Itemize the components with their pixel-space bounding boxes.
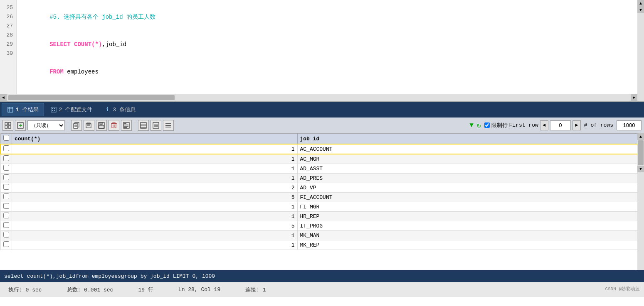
- horizontal-scrollbar-code[interactable]: ◄ ►: [0, 94, 637, 101]
- table-icon: [7, 107, 14, 113]
- view-mode-select[interactable]: （只读）: [27, 120, 65, 130]
- table-row[interactable]: 1 AC_MGR: [0, 154, 644, 164]
- cell-job-id: MK_REP: [297, 240, 644, 250]
- sep1: [68, 120, 68, 130]
- scroll-up-arrow[interactable]: ▲: [637, 0, 644, 7]
- row-checkbox[interactable]: [3, 222, 9, 228]
- table-view-btn[interactable]: [138, 120, 149, 131]
- copy-btn[interactable]: [71, 120, 82, 131]
- tab-info[interactable]: ℹ 3 条信息: [99, 103, 141, 116]
- cell-count: 5: [12, 221, 298, 231]
- results-table: count(*) job_id 1 AC_ACCOUNT 1 AC_MGR 1 …: [0, 133, 644, 250]
- results-scroll-down[interactable]: ▼: [637, 166, 644, 172]
- row-checkbox[interactable]: [3, 145, 9, 151]
- cell-count: 1: [12, 240, 298, 250]
- cell-count: 1: [12, 174, 298, 183]
- cell-job-id: MK_MAN: [297, 231, 644, 240]
- line-numbers: 25 26 27 28 29 30: [0, 0, 17, 101]
- table-row[interactable]: 1 AD_ASST: [0, 164, 644, 174]
- row-checkbox[interactable]: [3, 241, 9, 247]
- delete-btn[interactable]: [109, 120, 119, 131]
- table-row[interactable]: 1 HR_REP: [0, 212, 644, 221]
- grid-view-btn[interactable]: [2, 120, 13, 131]
- cell-job-id: AD_PRES: [297, 174, 644, 183]
- svg-rect-5: [54, 108, 55, 109]
- keyword-from: FROM: [49, 69, 67, 75]
- prev-page-btn[interactable]: ◄: [540, 120, 548, 130]
- scroll-right-arrow[interactable]: ►: [631, 94, 637, 101]
- cell-job-id: HR_REP: [297, 212, 644, 221]
- row-checkbox[interactable]: [3, 155, 9, 161]
- of-rows-label: # of rows: [584, 122, 613, 128]
- paste-btn[interactable]: [84, 120, 94, 131]
- table-row[interactable]: 1 MK_MAN: [0, 231, 644, 240]
- row-checkbox[interactable]: [3, 213, 9, 218]
- rows-per-page-input[interactable]: [617, 120, 642, 130]
- table-employees: employees: [67, 69, 99, 75]
- results-scroll-up[interactable]: ▲: [637, 133, 644, 140]
- table-row[interactable]: 2 AD_VP: [0, 183, 644, 193]
- info-icon: ℹ: [104, 107, 111, 113]
- scroll-thumb-h[interactable]: [8, 95, 175, 100]
- total-time: 总数: 0.001 sec: [67, 286, 114, 294]
- row-count: 19 行: [138, 286, 153, 294]
- scroll-left-arrow[interactable]: ◄: [0, 94, 7, 101]
- table-row[interactable]: 1 FI_MGR: [0, 202, 644, 212]
- list-view-btn[interactable]: [151, 120, 161, 131]
- table-row[interactable]: 1 MK_REP: [0, 240, 644, 250]
- code-content[interactable]: #5. 选择具有各个 job_id 的员工人数 SELECT COUNT(*),…: [17, 0, 644, 101]
- svg-marker-14: [20, 124, 22, 127]
- config-icon: [50, 107, 57, 113]
- scroll-down-arrow[interactable]: ▼: [637, 7, 644, 13]
- save-btn[interactable]: [96, 120, 107, 131]
- bottom-bar: 执行: 0 sec 总数: 0.001 sec 19 行 Ln 28, Col …: [0, 282, 644, 297]
- results-scrollbar[interactable]: ▲ ▼: [637, 133, 644, 270]
- table-row[interactable]: 1 AD_PRES: [0, 174, 644, 183]
- svg-rect-4: [52, 108, 53, 109]
- detail-view-btn[interactable]: [163, 120, 174, 131]
- comment-line: #5. 选择具有各个 job_id 的员工人数: [49, 14, 155, 20]
- toolbar: （只读）: [0, 118, 644, 133]
- cell-count: 1: [12, 231, 298, 240]
- header-count: count(*): [12, 134, 298, 144]
- code-editor: 25 26 27 28 29 30 #5. 选择具有各个 job_id 的员工人…: [0, 0, 644, 102]
- cell-count: 1: [12, 164, 298, 174]
- row-checkbox[interactable]: [3, 184, 9, 190]
- cell-job-id: AC_ACCOUNT: [297, 144, 644, 154]
- tab-results[interactable]: 1 个结果: [2, 103, 44, 116]
- svg-rect-7: [54, 110, 55, 111]
- refresh-icon[interactable]: ↻: [477, 121, 481, 130]
- row-checkbox[interactable]: [3, 232, 9, 237]
- row-checkbox[interactable]: [3, 174, 9, 180]
- sep2: [135, 120, 135, 130]
- cell-job-id: AD_ASST: [297, 164, 644, 174]
- svg-rect-25: [100, 122, 102, 125]
- results-scroll-thumb[interactable]: [638, 140, 644, 165]
- cell-job-id: FI_ACCOUNT: [297, 193, 644, 202]
- row-checkbox[interactable]: [3, 203, 9, 209]
- next-page-btn[interactable]: ►: [572, 120, 581, 130]
- first-row-input[interactable]: [550, 120, 571, 130]
- svg-rect-27: [112, 124, 116, 128]
- svg-rect-3: [51, 107, 56, 112]
- table-row[interactable]: 5 IT_PROG: [0, 221, 644, 231]
- export-btn[interactable]: [15, 120, 26, 131]
- code-line-25: #5. 选择具有各个 job_id 的员工人数: [22, 3, 639, 31]
- row-checkbox[interactable]: [3, 165, 9, 171]
- select-all-checkbox[interactable]: [3, 135, 9, 141]
- tab-config-label: 2 个配置文件: [59, 106, 93, 113]
- table-body: 1 AC_ACCOUNT 1 AC_MGR 1 AD_ASST 1 AD_PRE…: [0, 144, 644, 250]
- col-job-id: ,job_id: [102, 41, 126, 48]
- keyword-select: SELECT: [49, 41, 74, 48]
- cell-job-id: FI_MGR: [297, 202, 644, 212]
- limit-row-checkbox[interactable]: [484, 122, 490, 128]
- table-row[interactable]: 5 FI_ACCOUNT: [0, 193, 644, 202]
- vertical-scrollbar-code[interactable]: ▲ ▼: [637, 0, 644, 101]
- filter-icon: ▼: [469, 122, 474, 129]
- table-row[interactable]: 1 AC_ACCOUNT: [0, 144, 644, 154]
- tab-config[interactable]: 2 个配置文件: [45, 103, 98, 116]
- svg-rect-8: [5, 122, 7, 125]
- format-btn[interactable]: [121, 120, 132, 131]
- row-checkbox[interactable]: [3, 193, 9, 199]
- svg-rect-6: [52, 110, 53, 111]
